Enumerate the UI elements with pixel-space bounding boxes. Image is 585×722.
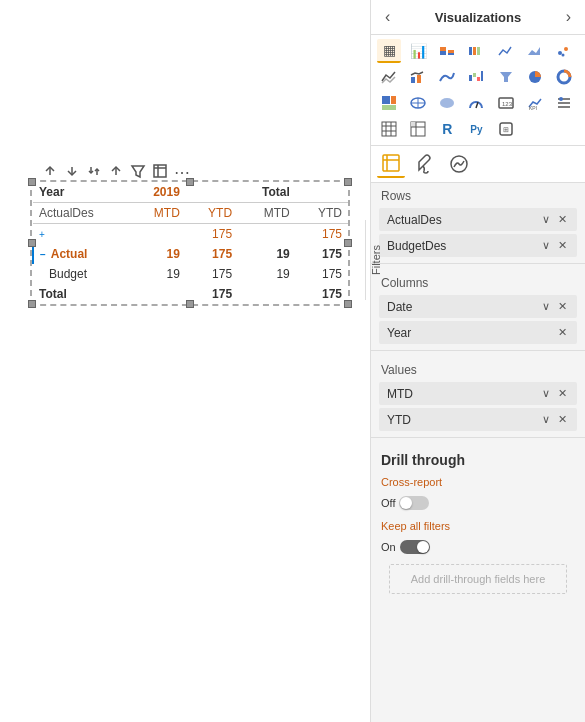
row-field-budgetdes[interactable]: BudgetDes ∨ ✕ bbox=[379, 234, 577, 257]
table-row-budget: Budget 19 175 19 175 bbox=[33, 264, 348, 284]
svg-rect-26 bbox=[382, 105, 396, 110]
val-field-ytd[interactable]: YTD ∨ ✕ bbox=[379, 408, 577, 431]
viz-icon-card[interactable]: 123 bbox=[494, 91, 518, 115]
viz-icon-pie[interactable] bbox=[523, 65, 547, 89]
viz-icon-bar[interactable]: 📊 bbox=[406, 39, 430, 63]
total-mtd-2019 bbox=[130, 284, 186, 304]
viz-icon-stacked-bar[interactable] bbox=[435, 39, 459, 63]
val-field-ytd-remove[interactable]: ✕ bbox=[556, 412, 569, 427]
col-field-year-remove[interactable]: ✕ bbox=[556, 325, 569, 340]
viz-icon-table[interactable]: ▦ bbox=[377, 39, 401, 63]
subheader-mtd-total: MTD bbox=[238, 203, 296, 224]
budget-label-cell: Budget bbox=[33, 264, 130, 284]
viz-icon-area[interactable] bbox=[523, 39, 547, 63]
resize-handle-tl[interactable] bbox=[28, 178, 36, 186]
val-field-mtd-icons: ∨ ✕ bbox=[540, 386, 569, 401]
keep-filters-toggle[interactable]: On bbox=[381, 540, 575, 554]
total-ytd-total: 175 bbox=[296, 284, 348, 304]
resize-handle-bl[interactable] bbox=[28, 300, 36, 308]
actual-mtd-2019: 19 bbox=[130, 244, 186, 264]
viz-icon-gauge[interactable] bbox=[464, 91, 488, 115]
viz-icon-filled-map[interactable] bbox=[435, 91, 459, 115]
format-fields-icon[interactable] bbox=[377, 150, 405, 178]
svg-rect-10 bbox=[477, 47, 480, 55]
val-field-ytd-chevron[interactable]: ∨ bbox=[540, 412, 552, 427]
svg-point-12 bbox=[558, 51, 562, 55]
viz-icon-combo[interactable] bbox=[406, 65, 430, 89]
cross-report-row: Cross-report bbox=[381, 476, 575, 488]
svg-rect-8 bbox=[469, 47, 472, 55]
subheader-mtd: MTD bbox=[130, 203, 186, 224]
viz-icon-donut[interactable] bbox=[552, 65, 576, 89]
resize-handle-tm[interactable] bbox=[186, 178, 194, 186]
viz-icon-map[interactable] bbox=[406, 91, 430, 115]
resize-handle-br[interactable] bbox=[344, 300, 352, 308]
format-analytics-icon[interactable] bbox=[445, 150, 473, 178]
row-field-budgetdes-chevron[interactable]: ∨ bbox=[540, 238, 552, 253]
col-field-year[interactable]: Year ✕ bbox=[379, 321, 577, 344]
val-field-mtd-chevron[interactable]: ∨ bbox=[540, 386, 552, 401]
svg-rect-1 bbox=[154, 165, 166, 177]
val-field-ytd-icons: ∨ ✕ bbox=[540, 412, 569, 427]
keep-filters-track[interactable] bbox=[400, 540, 430, 554]
val-field-mtd[interactable]: MTD ∨ ✕ bbox=[379, 382, 577, 405]
col-field-date[interactable]: Date ∨ ✕ bbox=[379, 295, 577, 318]
row-field-actualdes[interactable]: ActualDes ∨ ✕ bbox=[379, 208, 577, 231]
svg-rect-50 bbox=[383, 155, 399, 171]
viz-icon-line2[interactable] bbox=[377, 65, 401, 89]
svg-marker-11 bbox=[528, 47, 540, 55]
svg-text:KPI: KPI bbox=[529, 105, 537, 111]
svg-marker-21 bbox=[500, 72, 512, 82]
keep-filters-row: Keep all filters bbox=[381, 520, 575, 532]
filters-tab[interactable]: Filters bbox=[365, 220, 386, 300]
actual-label-cell: − Actual bbox=[33, 244, 130, 264]
val-field-mtd-remove[interactable]: ✕ bbox=[556, 386, 569, 401]
actual-label: Actual bbox=[51, 247, 88, 261]
viz-icon-kpi[interactable]: KPI bbox=[523, 91, 547, 115]
svg-rect-6 bbox=[448, 53, 454, 55]
row-field-budgetdes-label: BudgetDes bbox=[387, 239, 446, 253]
table-row-actual: − Actual 19 175 19 175 bbox=[33, 244, 348, 264]
viz-icon-treemap[interactable] bbox=[377, 91, 401, 115]
viz-icon-waterfall[interactable] bbox=[464, 65, 488, 89]
keep-filters-state-label: On bbox=[381, 541, 396, 553]
viz-icon-slicer[interactable] bbox=[552, 91, 576, 115]
total-label: Total bbox=[39, 287, 67, 301]
col-field-date-remove[interactable]: ✕ bbox=[556, 299, 569, 314]
actual-ytd-total: 175 bbox=[296, 244, 348, 264]
resize-handle-mr[interactable] bbox=[344, 239, 352, 247]
expand-icon[interactable]: + bbox=[39, 229, 45, 240]
cross-report-track[interactable] bbox=[399, 496, 429, 510]
row-expand-label: + bbox=[33, 224, 130, 245]
viz-icon-table2[interactable] bbox=[377, 117, 401, 141]
nav-right-arrow[interactable]: › bbox=[562, 8, 575, 26]
svg-rect-39 bbox=[382, 122, 396, 136]
viz-icon-line[interactable] bbox=[494, 39, 518, 63]
viz-icon-scatter[interactable] bbox=[552, 39, 576, 63]
viz-icon-r[interactable]: R bbox=[435, 117, 459, 141]
viz-icon-matrix[interactable] bbox=[406, 117, 430, 141]
row-field-actualdes-chevron[interactable]: ∨ bbox=[540, 212, 552, 227]
resize-handle-bm[interactable] bbox=[186, 300, 194, 308]
resize-handle-ml[interactable] bbox=[28, 239, 36, 247]
actual-collapse-icon[interactable]: − bbox=[40, 249, 46, 260]
right-panel: ‹ Visualizations › ▦ 📊 bbox=[370, 0, 585, 722]
rows-divider bbox=[371, 263, 585, 264]
viz-icon-100bar[interactable] bbox=[464, 39, 488, 63]
viz-panel-title: Visualizations bbox=[435, 10, 521, 25]
viz-icon-custom[interactable]: ⊞ bbox=[494, 117, 518, 141]
cross-report-toggle[interactable]: Off bbox=[381, 496, 575, 510]
filters-label: Filters bbox=[370, 245, 382, 275]
row-field-budgetdes-remove[interactable]: ✕ bbox=[556, 238, 569, 253]
viz-icon-ribbon[interactable] bbox=[435, 65, 459, 89]
resize-handle-tr[interactable] bbox=[344, 178, 352, 186]
svg-point-13 bbox=[564, 47, 568, 51]
row-field-actualdes-remove[interactable]: ✕ bbox=[556, 212, 569, 227]
add-drill-fields-placeholder[interactable]: Add drill-through fields here bbox=[389, 564, 567, 594]
row-mtd-total bbox=[238, 224, 296, 245]
viz-icon-funnel[interactable] bbox=[494, 65, 518, 89]
nav-left-arrow[interactable]: ‹ bbox=[381, 8, 394, 26]
viz-icon-py[interactable]: Py bbox=[464, 117, 488, 141]
col-field-date-chevron[interactable]: ∨ bbox=[540, 299, 552, 314]
format-paint-icon[interactable] bbox=[411, 150, 439, 178]
